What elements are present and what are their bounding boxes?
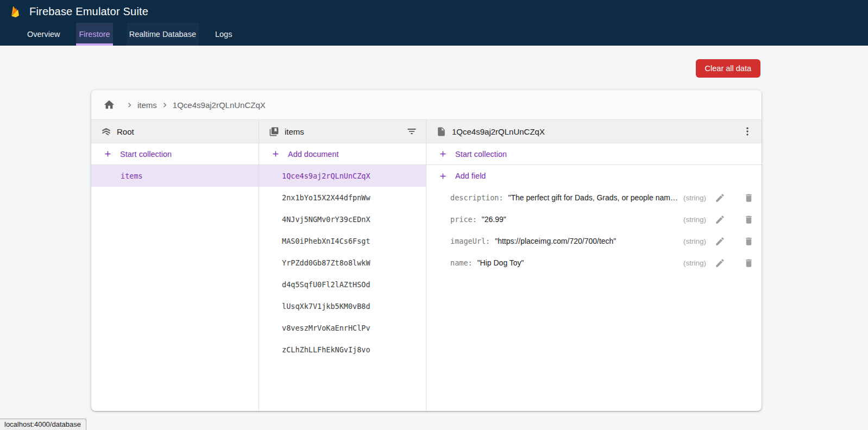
document-id: zCLhZhLLFhEkNGvIj8vo bbox=[282, 345, 370, 354]
add-field-label: Add field bbox=[455, 172, 486, 180]
edit-field-button[interactable] bbox=[714, 257, 726, 269]
breadcrumb-item[interactable]: items bbox=[137, 100, 157, 110]
document-icon bbox=[436, 127, 446, 137]
status-link-preview: localhost:4000/database bbox=[0, 419, 86, 430]
document-list-item[interactable]: MAS0iPhebXnI4Cs6Fsgt bbox=[259, 230, 426, 252]
field-value: "Hip Dog Toy" bbox=[477, 258, 678, 267]
document-id: YrPZdd0Gb87Zt8o8lwkW bbox=[282, 258, 370, 267]
clear-all-data-button[interactable]: Clear all data bbox=[696, 59, 760, 78]
delete-field-button[interactable] bbox=[743, 192, 755, 204]
delete-field-button[interactable] bbox=[743, 257, 755, 269]
document-id: 1Qce4s9aj2rQLnUnCZqX bbox=[282, 172, 370, 180]
field-name: imageUrl: bbox=[450, 237, 490, 245]
edit-field-button[interactable] bbox=[714, 192, 726, 204]
document-id: MAS0iPhebXnI4Cs6Fsgt bbox=[282, 237, 370, 245]
document-list-item[interactable]: 4NJvj5NGMv0rY39cEDnX bbox=[259, 208, 426, 230]
home-icon[interactable] bbox=[103, 99, 115, 111]
start-collection-label: Start collection bbox=[120, 150, 172, 159]
document-panel-header: 1Qce4s9aj2rQLnUnCZqX bbox=[426, 120, 762, 143]
delete-field-button[interactable] bbox=[743, 235, 755, 248]
field-row: imageUrl: "https://placeimg.com/720/700/… bbox=[426, 230, 762, 252]
firebase-logo-icon bbox=[9, 4, 23, 18]
root-panel-header: Root bbox=[91, 120, 259, 143]
add-icon bbox=[103, 149, 112, 159]
collection-panel-header: items bbox=[259, 120, 426, 143]
field-type-badge: (string) bbox=[683, 259, 706, 267]
start-collection-button[interactable]: Start collection bbox=[426, 143, 762, 165]
start-collection-label: Start collection bbox=[455, 150, 507, 159]
document-id: lUsqXk7V1jkb5KM0vB8d bbox=[282, 302, 370, 311]
document-id: 2nx1bYo15X2X44dfpnWw bbox=[282, 193, 370, 202]
firestore-panel: items 1Qce4s9aj2rQLnUnCZqX bbox=[91, 90, 762, 411]
delete-field-button[interactable] bbox=[743, 213, 755, 226]
breadcrumb: items 1Qce4s9aj2rQLnUnCZqX bbox=[91, 90, 762, 120]
add-icon bbox=[438, 149, 448, 159]
field-value: "The perfect gift for Dads, Grads, or pe… bbox=[508, 193, 678, 202]
breadcrumb-segment: 1Qce4s9aj2rQLnUnCZqX bbox=[157, 100, 266, 110]
start-collection-button[interactable]: Start collection bbox=[91, 143, 259, 165]
nav-tab-label: Realtime Database bbox=[129, 30, 196, 39]
field-name: name: bbox=[450, 258, 473, 267]
document-list: 1Qce4s9aj2rQLnUnCZqX 2nx1bYo15X2X44dfpnW… bbox=[259, 165, 426, 361]
document-list-item[interactable]: 1Qce4s9aj2rQLnUnCZqX bbox=[259, 165, 426, 187]
edit-field-button[interactable] bbox=[714, 213, 726, 226]
add-document-label: Add document bbox=[288, 150, 339, 159]
add-icon bbox=[438, 172, 448, 181]
breadcrumb-segment: items bbox=[122, 100, 157, 110]
document-list-item[interactable]: YrPZdd0Gb87Zt8o8lwkW bbox=[259, 252, 426, 274]
field-type-badge: (string) bbox=[683, 237, 706, 245]
main-nav: Overview Firestore Realtime Database Log… bbox=[0, 23, 868, 46]
collection-icon bbox=[269, 127, 279, 137]
nav-tab-label: Logs bbox=[215, 30, 232, 39]
nav-tab-label: Firestore bbox=[79, 30, 110, 39]
field-list: description: "The perfect gift for Dads,… bbox=[426, 187, 762, 274]
brand: Firebase Emulator Suite bbox=[0, 0, 868, 23]
field-name: price: bbox=[450, 215, 477, 224]
document-list-item[interactable]: d4q5SqfU0Fl2lAZtHSOd bbox=[259, 274, 426, 295]
root-panel: Root Start collection items bbox=[91, 120, 259, 411]
add-icon bbox=[271, 149, 280, 159]
document-panel: 1Qce4s9aj2rQLnUnCZqX Start collection bbox=[426, 120, 762, 411]
collection-list-item[interactable]: items bbox=[91, 165, 259, 187]
document-list-item[interactable]: 2nx1bYo15X2X44dfpnWw bbox=[259, 187, 426, 208]
field-value: "26.99" bbox=[482, 215, 678, 224]
breadcrumb-item[interactable]: 1Qce4s9aj2rQLnUnCZqX bbox=[173, 100, 266, 110]
nav-tab[interactable]: Overview bbox=[24, 23, 62, 46]
firestore-root-icon bbox=[101, 127, 111, 137]
chevron-right-icon bbox=[160, 100, 169, 110]
document-id: 4NJvj5NGMv0rY39cEDnX bbox=[282, 215, 370, 224]
document-list-item[interactable]: v8veszMrVoKaEnrHClPv bbox=[259, 317, 426, 339]
nav-tab[interactable]: Logs bbox=[212, 23, 235, 46]
collection-panel-title: items bbox=[285, 127, 304, 136]
collection-list: items bbox=[91, 165, 259, 187]
field-name: description: bbox=[450, 193, 504, 202]
nav-tab[interactable]: Realtime Database bbox=[127, 23, 199, 46]
collection-name: items bbox=[121, 172, 143, 180]
nav-tab[interactable]: Firestore bbox=[76, 23, 112, 46]
add-field-button[interactable]: Add field bbox=[426, 165, 762, 187]
field-type-badge: (string) bbox=[683, 216, 706, 224]
field-row: description: "The perfect gift for Dads,… bbox=[426, 187, 762, 208]
field-value: "https://placeimg.com/720/700/tech" bbox=[495, 237, 678, 245]
edit-field-button[interactable] bbox=[714, 235, 726, 248]
field-row: price: "26.99" (string) bbox=[426, 208, 762, 230]
document-id: d4q5SqfU0Fl2lAZtHSOd bbox=[282, 280, 370, 289]
chevron-right-icon bbox=[125, 100, 134, 110]
app-header: Firebase Emulator Suite Overview Firesto… bbox=[0, 0, 868, 46]
root-panel-title: Root bbox=[117, 127, 134, 136]
firestore-columns: Root Start collection items bbox=[91, 120, 762, 411]
document-id: v8veszMrVoKaEnrHClPv bbox=[282, 324, 370, 332]
nav-tab-label: Overview bbox=[27, 30, 60, 39]
filter-documents-button[interactable] bbox=[405, 125, 418, 138]
field-row: name: "Hip Dog Toy" (string) bbox=[426, 252, 762, 274]
document-panel-title: 1Qce4s9aj2rQLnUnCZqX bbox=[452, 127, 545, 136]
document-list-item[interactable]: lUsqXk7V1jkb5KM0vB8d bbox=[259, 295, 426, 317]
app-title: Firebase Emulator Suite bbox=[29, 5, 148, 18]
document-list-item[interactable]: zCLhZhLLFhEkNGvIj8vo bbox=[259, 339, 426, 361]
add-document-button[interactable]: Add document bbox=[259, 143, 426, 165]
document-menu-button[interactable] bbox=[741, 125, 754, 138]
collection-panel: items Add document 1Qce4s9aj2rQLnUnCZqX bbox=[259, 120, 426, 411]
field-type-badge: (string) bbox=[683, 194, 706, 202]
